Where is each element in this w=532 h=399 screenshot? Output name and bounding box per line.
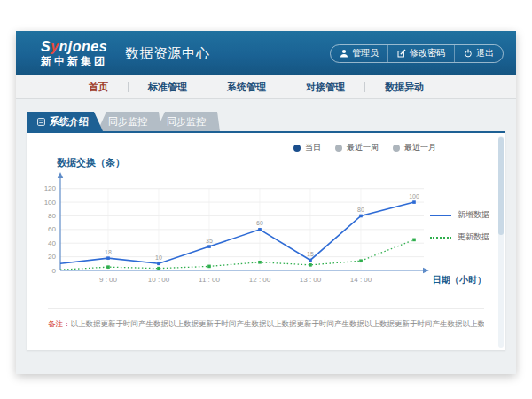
svg-text:13 : 00: 13 : 00	[300, 276, 322, 284]
svg-text:100: 100	[44, 199, 57, 207]
user-menu: 管理员 修改密码 退出	[330, 44, 504, 63]
footnote-prefix: 备注：	[48, 319, 71, 328]
legend-line-sample	[430, 215, 451, 216]
svg-text:14 : 00: 14 : 00	[350, 276, 372, 284]
radio-last-month[interactable]: 最近一月	[393, 142, 436, 153]
edit-icon	[397, 49, 406, 58]
svg-text:10: 10	[155, 254, 162, 261]
card-scrollbar	[498, 136, 504, 348]
legend-item-updated-data[interactable]: 更新数据	[430, 231, 489, 243]
svg-text:18: 18	[105, 249, 112, 255]
logout-label: 退出	[476, 47, 494, 59]
app-window: Synjones 新中新集团 数据资源中心 管理员 修改密码	[16, 31, 516, 374]
document-icon	[37, 118, 45, 126]
legend-item-new-data[interactable]: 新增数据	[430, 209, 489, 221]
tab-system-intro[interactable]: 系统介绍	[27, 112, 103, 131]
time-range-filter: 当日 最近一周 最近一月	[293, 142, 436, 153]
nav-item-home[interactable]: 首页	[69, 81, 128, 94]
svg-text:日期（小时）: 日期（小时）	[433, 275, 486, 285]
chart-legend: 新增数据 更新数据	[430, 209, 489, 243]
svg-text:10 : 00: 10 : 00	[148, 276, 170, 284]
tab-label: 同步监控	[108, 115, 147, 129]
svg-text:40: 40	[48, 239, 56, 247]
content-card: 当日 最近一周 最近一月 数据交换（条） 0204060801001209 : …	[27, 131, 505, 350]
legend-line-sample	[430, 237, 451, 239]
radio-today[interactable]: 当日	[293, 142, 321, 153]
y-axis-title: 数据交换（条）	[57, 156, 505, 169]
tab-label: 系统介绍	[50, 115, 89, 129]
page-title: 数据资源中心	[125, 45, 210, 62]
radio-label: 当日	[305, 142, 321, 153]
logo-wordmark: Synjones	[41, 40, 107, 54]
change-password-button[interactable]: 修改密码	[387, 45, 454, 62]
svg-text:80: 80	[48, 212, 56, 220]
svg-text:60: 60	[48, 225, 56, 233]
nav-item-data-change[interactable]: 数据异动	[365, 81, 443, 94]
legend-label: 新增数据	[458, 209, 489, 221]
svg-text:120: 120	[44, 184, 57, 192]
footnote-text: 以上数据更新于时间产生数据以上数据更新于时间产生数据以上数据更新于时间产生数据以…	[71, 319, 485, 328]
svg-text:11 : 00: 11 : 00	[199, 276, 220, 284]
admin-user-button[interactable]: 管理员	[331, 45, 387, 62]
tab-sync-monitor-2[interactable]: 同步监控	[156, 112, 220, 131]
company-logo: Synjones 新中新集团	[41, 40, 107, 66]
logout-icon	[464, 49, 473, 58]
radio-icon	[393, 145, 400, 152]
tab-bar: 系统介绍 同步监控 同步监控	[27, 112, 505, 131]
radio-icon	[293, 145, 301, 152]
nav-item-system-mgmt[interactable]: 系统管理	[207, 81, 286, 94]
logo-company-name: 新中新集团	[41, 56, 107, 66]
legend-label: 更新数据	[458, 231, 489, 243]
header: Synjones 新中新集团 数据资源中心 管理员 修改密码	[16, 31, 516, 75]
tab-label: 同步监控	[167, 115, 206, 129]
footnote: 备注：以上数据更新于时间产生数据以上数据更新于时间产生数据以上数据更新于时间产生…	[48, 308, 484, 330]
admin-user-label: 管理员	[352, 47, 379, 59]
logo-accent-letter: y	[51, 39, 59, 54]
svg-text:12 : 00: 12 : 00	[249, 276, 271, 284]
svg-text:35: 35	[206, 238, 213, 244]
svg-text:100: 100	[409, 193, 419, 200]
radio-label: 最近一月	[404, 142, 436, 153]
svg-text:15: 15	[307, 251, 314, 257]
svg-text:80: 80	[357, 207, 364, 213]
svg-text:9 : 00: 9 : 00	[99, 276, 118, 284]
main-nav: 首页 标准管理 系统管理 对接管理 数据异动	[16, 75, 516, 99]
logout-button[interactable]: 退出	[454, 45, 503, 62]
scrollbar-thumb[interactable]	[498, 137, 504, 235]
tab-sync-monitor-1[interactable]: 同步监控	[98, 112, 161, 131]
nav-item-interface-mgmt[interactable]: 对接管理	[286, 81, 364, 94]
nav-item-standard-mgmt[interactable]: 标准管理	[129, 81, 207, 94]
svg-text:0: 0	[52, 267, 57, 275]
svg-text:20: 20	[48, 253, 56, 261]
radio-label: 最近一周	[347, 142, 379, 153]
svg-text:60: 60	[256, 220, 263, 226]
change-password-label: 修改密码	[410, 47, 445, 59]
radio-last-week[interactable]: 最近一周	[335, 142, 379, 153]
user-icon	[340, 49, 348, 58]
radio-icon	[335, 145, 342, 152]
